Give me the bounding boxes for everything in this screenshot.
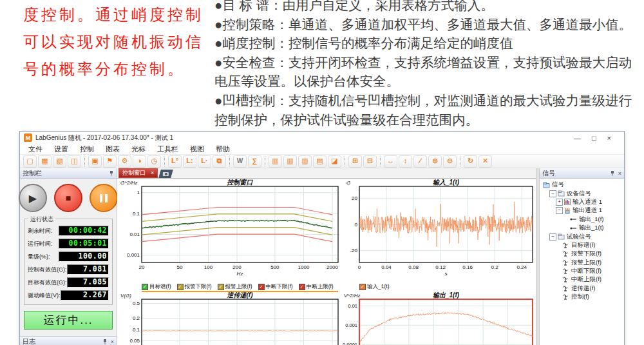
layout-grid-button[interactable]: ⊞ [348,155,362,168]
fit-slope-button[interactable]: ∕ [413,155,427,168]
export-file-button[interactable]: ◫ [68,155,81,168]
tree-item[interactable]: 报警下限(f) [542,250,624,258]
fit-horizontal-button[interactable]: ↔ [384,155,397,168]
expand-icon[interactable]: + [556,199,563,206]
close-button[interactable]: × [607,134,611,142]
chart-spectrum-button[interactable]: ▥ [269,155,282,168]
pin-icon[interactable] [102,339,108,344]
legend-checkbox[interactable]: ✓ [218,284,224,290]
legend-checkbox[interactable]: ✓ [142,284,148,290]
tree-item[interactable]: 报警上限(f) [542,259,624,267]
legend-checkbox[interactable]: ✓ [359,284,366,290]
menu-item[interactable]: 控制 [74,144,100,154]
tree-item[interactable]: 控制(f) [542,293,624,301]
chart-waterfall-button[interactable]: ▥ [298,155,312,168]
cursor-single-button[interactable]: L° [168,155,182,168]
svg-text:0.1: 0.1 [133,327,140,333]
chart-inverse-transfer[interactable]: 逆传递(f)V(G)0.50.20.10.05 [118,291,342,345]
copy-window-button[interactable]: ⧉ [213,155,226,168]
fit-vertical-button[interactable]: ↕ [399,155,412,168]
zoom-in-button[interactable]: ⊕ [428,155,442,168]
menu-item[interactable]: 图表 [100,144,126,154]
pause-button[interactable] [90,184,118,212]
legend-label: 报警上限(f) [225,283,252,291]
legend-checkbox[interactable]: ✓ [177,284,184,290]
cursor-harmonic-button[interactable]: L· [198,155,211,168]
auto-scale-button[interactable]: ✕ [478,155,492,168]
collapse-icon[interactable]: − [556,207,563,214]
legend-item[interactable]: ✓报警上限(f) [218,283,252,291]
tab-close-icon[interactable]: × [151,170,154,176]
pin-icon[interactable] [109,170,114,176]
restore-button[interactable]: □ [592,134,596,142]
refresh-button[interactable]: ↻ [464,155,477,168]
chart-output-1f[interactable]: 输出_1(f)V^2/Hz0.010.0010.0001 [343,291,536,345]
tree-item[interactable]: 输出_1(f) [542,215,624,224]
status-row: 控制有效值(G):7.081 [28,263,109,276]
chart-axes-button[interactable]: ▤ [313,155,327,168]
status-led-value: 7.081 [67,264,109,275]
close-panel-icon[interactable]: × [618,170,621,177]
intro-bullet-list: ●目 标 谱：由用户自定义，采用表格方式输入。●控制策略：单通道、多通道加权平均… [214,0,642,129]
chart-history-button[interactable]: ▥ [283,155,297,168]
pin-icon[interactable] [610,170,615,176]
minimize-button[interactable]: — [574,134,581,142]
menu-item[interactable]: 设置 [48,144,74,154]
chart-plot[interactable]: 逆传递(f)V(G)0.50.20.10.05 [118,291,342,345]
menu-item[interactable]: 视图 [184,144,210,154]
tree-item[interactable]: 输出_1(t) [542,224,624,232]
sig-icon [563,259,569,266]
collapse-icon[interactable]: − [549,190,556,197]
transport-buttons: ▶ ■ [20,184,117,212]
bookmark-flag-button[interactable]: ⚑ [103,155,117,168]
legend-checkbox[interactable]: ✓ [258,284,265,290]
tree-item[interactable]: 中断下限(f) [542,267,624,275]
close-panel-icon[interactable]: × [111,339,114,345]
menu-item[interactable]: 光标 [126,144,151,154]
tree-item[interactable]: −试验信号 [542,232,624,241]
open-folder-button[interactable]: ▧ [53,155,66,168]
legend-item[interactable]: ✓中断上限(f) [299,283,334,291]
menu-item[interactable]: 文件 [23,144,48,154]
chart-diagonal-button[interactable]: ◪ [328,155,341,168]
chart-input-1t[interactable]: 输入_1(t)G200-2000.040.080.120.160.20.24s✓… [343,178,536,291]
chart-plot[interactable]: 控制窗口G^2/Hz10.10.010.00120501002005001000… [118,178,342,280]
tree-item[interactable]: 目标谱(f) [542,241,624,250]
project-package-button[interactable]: ▣ [88,155,102,168]
tree-item[interactable]: −设备信号 [542,189,624,197]
tab-control-window[interactable]: 控制窗口 × [118,168,158,178]
chart-plot[interactable]: 输入_1(t)G200-2000.040.080.120.160.20.24s [343,178,536,280]
menu-item[interactable]: 工具栏 [151,144,184,154]
legend-checkbox[interactable]: ✓ [299,284,305,290]
chart-region: 控制窗口 × 控制窗口G^2/Hz10.10.010.0012050100200… [117,168,536,345]
tree-item[interactable]: +输入通道 1 [542,198,624,206]
legend-item[interactable]: ✓输入_1(t) [359,283,389,291]
stop-button[interactable]: ■ [54,184,82,212]
zoom-out-button[interactable]: ⊖ [443,155,457,168]
new-file-button[interactable]: ▢ [23,155,37,168]
tree-item[interactable]: 中断上限(f) [542,275,624,284]
legend-item[interactable]: ✓目标谱(f) [142,283,171,291]
legend-item[interactable]: ✓报警下限(f) [177,283,212,291]
save-button[interactable]: ▦ [38,155,52,168]
cursor-double-button[interactable]: L: [183,155,196,168]
tree-item[interactable]: 逆传递(f) [542,284,624,293]
start-button[interactable]: ▶ [19,184,47,212]
tree-item[interactable]: −输出通道 1 [542,206,624,215]
layout-grid-alt-button[interactable]: ⊟ [363,155,377,168]
export-word-button[interactable]: W [233,155,247,168]
signal-setup-button[interactable]: ◑ [133,155,146,168]
svg-text:0.12: 0.12 [435,264,446,270]
chart-plot[interactable]: 输出_1(f)V^2/Hz0.010.0010.0001 [343,291,536,345]
legend-item[interactable]: ✓中断下限(f) [258,283,293,291]
menu-item[interactable]: 帮助 [210,144,236,154]
chart-control-window[interactable]: 控制窗口G^2/Hz10.10.010.00120501002005001000… [118,178,342,291]
statistics-sigma-button[interactable]: ∑ [248,155,261,168]
svg-text:200: 200 [232,264,242,270]
tree-item[interactable]: 信号 [542,181,624,189]
svg-text:100: 100 [204,264,213,270]
schedule-clock-button[interactable]: ◷ [147,155,161,168]
collapse-icon[interactable]: − [549,233,556,241]
settings-gear-button[interactable]: ⚙ [118,155,131,168]
snapshot-tab[interactable] [158,170,173,178]
